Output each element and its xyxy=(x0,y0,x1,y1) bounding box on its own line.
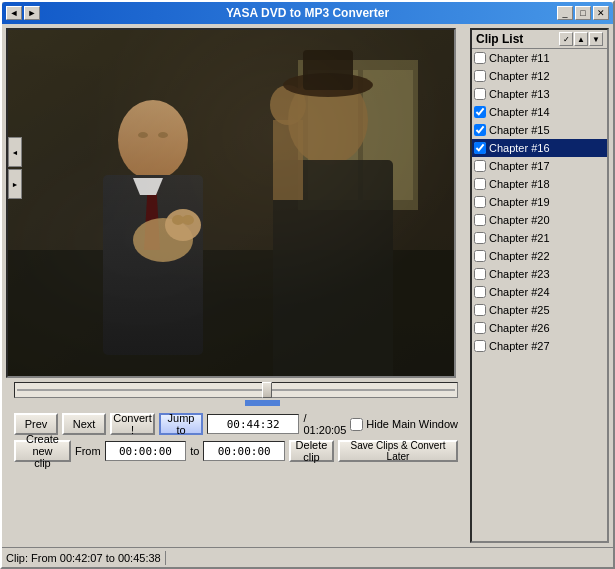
window-title: YASA DVD to MP3 Converter xyxy=(226,6,389,20)
clip-list-item[interactable]: Chapter #27 xyxy=(472,337,607,355)
hide-main-label: Hide Main Window xyxy=(366,418,458,430)
clip-item-label: Chapter #13 xyxy=(489,88,550,100)
clip-list-panel: Clip List ✓ ▲ ▼ Chapter #11Chapter #12Ch… xyxy=(470,28,609,543)
clip-list-item[interactable]: Chapter #20 xyxy=(472,211,607,229)
svg-rect-19 xyxy=(273,120,303,200)
hide-main-checkbox[interactable] xyxy=(350,418,363,431)
clip-item-checkbox[interactable] xyxy=(474,70,486,82)
clip-item-checkbox[interactable] xyxy=(474,52,486,64)
prev-button[interactable]: Prev xyxy=(14,413,58,435)
clip-down-button[interactable]: ▼ xyxy=(589,32,603,46)
clip-item-label: Chapter #15 xyxy=(489,124,550,136)
from-time-input[interactable] xyxy=(105,441,187,461)
clip-item-checkbox[interactable] xyxy=(474,142,486,154)
clip-item-checkbox[interactable] xyxy=(474,232,486,244)
to-label: to xyxy=(190,445,199,457)
clip-item-label: Chapter #17 xyxy=(489,160,550,172)
clip-list-header-controls: ✓ ▲ ▼ xyxy=(559,32,603,46)
slider-area xyxy=(6,378,466,410)
title-bar: ◄ ► YASA DVD to MP3 Converter _ □ ✕ xyxy=(2,2,613,24)
left-panel: ◄ ► Prev Next Convert ! xyxy=(6,28,466,543)
clip-item-label: Chapter #19 xyxy=(489,196,550,208)
clip-item-label: Chapter #12 xyxy=(489,70,550,82)
status-text: Clip: From 00:42:07 to 00:45:38 xyxy=(6,552,161,564)
clip-item-checkbox[interactable] xyxy=(474,88,486,100)
clip-item-label: Chapter #14 xyxy=(489,106,550,118)
clip-item-checkbox[interactable] xyxy=(474,340,486,352)
clip-list-item[interactable]: Chapter #22 xyxy=(472,247,607,265)
clip-item-label: Chapter #16 xyxy=(489,142,550,154)
clip-list-item[interactable]: Chapter #17 xyxy=(472,157,607,175)
clip-list-scroll[interactable]: Chapter #11Chapter #12Chapter #13Chapter… xyxy=(472,49,607,541)
clip-item-checkbox[interactable] xyxy=(474,196,486,208)
left-btn1[interactable]: ◄ xyxy=(6,6,22,20)
side-btn-1[interactable]: ◄ xyxy=(8,137,22,167)
clip-list-item[interactable]: Chapter #19 xyxy=(472,193,607,211)
close-button[interactable]: ✕ xyxy=(593,6,609,20)
clip-item-label: Chapter #25 xyxy=(489,304,550,316)
time-separator: / 01:20:05 xyxy=(303,412,346,436)
clip-item-label: Chapter #11 xyxy=(489,52,550,64)
clip-item-label: Chapter #27 xyxy=(489,340,550,352)
content-area: ◄ ► Prev Next Convert ! xyxy=(2,24,613,547)
clip-list-item[interactable]: Chapter #13 xyxy=(472,85,607,103)
clip-list-item[interactable]: Chapter #14 xyxy=(472,103,607,121)
clip-list-item[interactable]: Chapter #26 xyxy=(472,319,607,337)
slider-track xyxy=(17,389,455,391)
clip-item-checkbox[interactable] xyxy=(474,214,486,226)
clip-up-button[interactable]: ▲ xyxy=(574,32,588,46)
controls-area: Prev Next Convert ! Jump to / 01:20:05 H… xyxy=(6,410,466,468)
clip-list-item[interactable]: Chapter #11 xyxy=(472,49,607,67)
clip-item-checkbox[interactable] xyxy=(474,250,486,262)
clip-list-item[interactable]: Chapter #12 xyxy=(472,67,607,85)
side-btn-2[interactable]: ► xyxy=(8,169,22,199)
maximize-button[interactable]: □ xyxy=(575,6,591,20)
title-bar-left-controls: ◄ ► xyxy=(6,6,40,20)
current-time-input[interactable] xyxy=(207,414,299,434)
left-btn2[interactable]: ► xyxy=(24,6,40,20)
clip-list-item[interactable]: Chapter #24 xyxy=(472,283,607,301)
convert-button[interactable]: Convert ! xyxy=(110,413,155,435)
clip-item-checkbox[interactable] xyxy=(474,322,486,334)
create-clip-button[interactable]: Create new clip xyxy=(14,440,71,462)
jump-to-button[interactable]: Jump to xyxy=(159,413,203,435)
svg-point-6 xyxy=(118,100,188,180)
clip-item-label: Chapter #23 xyxy=(489,268,550,280)
clip-list-item[interactable]: Chapter #21 xyxy=(472,229,607,247)
slider-thumb[interactable] xyxy=(262,382,272,398)
main-slider[interactable] xyxy=(14,382,458,398)
clip-item-checkbox[interactable] xyxy=(474,304,486,316)
status-divider xyxy=(165,551,166,565)
svg-point-11 xyxy=(158,132,168,138)
svg-rect-21 xyxy=(303,50,353,90)
clip-list-item[interactable]: Chapter #15 xyxy=(472,121,607,139)
clip-item-label: Chapter #22 xyxy=(489,250,550,262)
to-time-input[interactable] xyxy=(203,441,285,461)
clip-list-item[interactable]: Chapter #23 xyxy=(472,265,607,283)
clip-list-item[interactable]: Chapter #18 xyxy=(472,175,607,193)
clip-list-item[interactable]: Chapter #16 xyxy=(472,139,607,157)
clip-item-checkbox[interactable] xyxy=(474,106,486,118)
clip-list-title: Clip List xyxy=(476,32,523,46)
clip-item-checkbox[interactable] xyxy=(474,160,486,172)
from-label: From xyxy=(75,445,101,457)
clip-range-highlight xyxy=(245,400,281,406)
clip-check-button[interactable]: ✓ xyxy=(559,32,573,46)
next-button[interactable]: Next xyxy=(62,413,106,435)
clip-list-item[interactable]: Chapter #25 xyxy=(472,301,607,319)
clip-item-label: Chapter #20 xyxy=(489,214,550,226)
minimize-button[interactable]: _ xyxy=(557,6,573,20)
save-clips-button[interactable]: Save Clips & Convert Later xyxy=(338,440,458,462)
clip-item-checkbox[interactable] xyxy=(474,178,486,190)
clip-item-checkbox[interactable] xyxy=(474,124,486,136)
video-display: ◄ ► xyxy=(6,28,456,378)
delete-clip-button[interactable]: Delete clip xyxy=(289,440,334,462)
clip-item-label: Chapter #24 xyxy=(489,286,550,298)
primary-controls-row: Prev Next Convert ! Jump to / 01:20:05 H… xyxy=(14,412,458,436)
clip-item-checkbox[interactable] xyxy=(474,286,486,298)
clip-item-checkbox[interactable] xyxy=(474,268,486,280)
clip-list-header: Clip List ✓ ▲ ▼ xyxy=(472,30,607,49)
clip-range-bar xyxy=(14,400,458,406)
clip-item-label: Chapter #21 xyxy=(489,232,550,244)
clip-item-label: Chapter #18 xyxy=(489,178,550,190)
